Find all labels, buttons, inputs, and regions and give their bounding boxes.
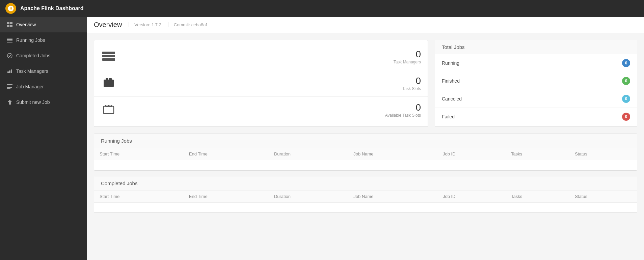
sidebar-item-task-managers-label: Task Managers [16, 68, 48, 74]
completed-jobs-empty-row [94, 202, 637, 212]
failed-badge: 0 [622, 113, 630, 121]
svg-rect-10 [9, 70, 10, 73]
finished-job-stat: Finished 0 [435, 72, 637, 90]
svg-rect-5 [7, 39, 12, 40]
failed-label: Failed [442, 114, 455, 119]
sidebar-item-running-jobs-label: Running Jobs [16, 37, 45, 43]
main-content: Overview Version: 1.7.2 Commit: ceba8af [87, 17, 644, 260]
completed-col-duration: Duration [269, 191, 348, 203]
overview-icon [7, 22, 13, 28]
running-label: Running [442, 60, 459, 66]
page-title: Overview [94, 21, 122, 29]
available-task-slots-label: Available Task Slots [116, 113, 421, 118]
sidebar-item-job-manager-label: Job Manager [16, 84, 44, 89]
sidebar-item-running-jobs[interactable]: Running Jobs [0, 32, 87, 48]
sidebar-item-job-manager[interactable]: Job Manager [0, 79, 87, 94]
task-slots-stat: 0 Task Slots [94, 70, 428, 97]
svg-rect-16 [102, 52, 115, 54]
svg-rect-14 [7, 87, 12, 88]
svg-rect-9 [7, 71, 9, 73]
task-slots-stat-icon [101, 78, 116, 88]
completed-col-end-time: End Time [184, 191, 269, 203]
running-jobs-icon [7, 37, 13, 43]
completed-jobs-icon [7, 53, 13, 59]
page-commit: Commit: ceba8af [168, 22, 207, 27]
completed-jobs-section: Completed Jobs Start Time End Time Durat… [94, 176, 637, 213]
svg-rect-6 [7, 40, 12, 41]
available-task-slots-value: 0 [116, 102, 421, 113]
running-badge: 0 [622, 59, 630, 67]
svg-rect-21 [109, 78, 112, 80]
available-task-slots-stat-icon [101, 105, 116, 115]
svg-rect-23 [106, 105, 108, 107]
app-logo [5, 3, 16, 14]
task-managers-stat-icon [101, 52, 116, 62]
running-col-job-name: Job Name [348, 148, 437, 160]
svg-rect-22 [104, 106, 114, 114]
sidebar: Overview Running Jobs Completed Jobs [0, 17, 87, 260]
stats-panel: 0 Task Managers 0 Task Slots [94, 40, 428, 127]
svg-rect-12 [7, 84, 12, 85]
sidebar-item-submit-new-job[interactable]: Submit new Job [0, 94, 87, 110]
completed-col-job-name: Job Name [348, 191, 437, 203]
page-header: Overview Version: 1.7.2 Commit: ceba8af [87, 17, 644, 33]
completed-jobs-title: Completed Jobs [94, 176, 637, 191]
svg-rect-20 [106, 78, 108, 80]
svg-rect-24 [109, 105, 112, 107]
canceled-badge: 0 [622, 95, 630, 103]
running-jobs-empty-row [94, 160, 637, 170]
sidebar-item-overview[interactable]: Overview [0, 17, 87, 32]
task-managers-label: Task Managers [116, 60, 421, 64]
running-col-end-time: End Time [184, 148, 269, 160]
svg-rect-4 [7, 38, 12, 38]
app-header: Apache Flink Dashboard [0, 0, 644, 17]
svg-rect-13 [7, 86, 11, 86]
sidebar-item-task-managers[interactable]: Task Managers [0, 63, 87, 79]
sidebar-item-submit-new-job-label: Submit new Job [16, 99, 50, 105]
failed-job-stat: Failed 0 [435, 108, 637, 125]
running-col-tasks: Tasks [506, 148, 569, 160]
running-job-stat: Running 0 [435, 54, 637, 72]
overview-stats-area: 0 Task Managers 0 Task Slots [94, 40, 637, 127]
canceled-label: Canceled [442, 96, 462, 102]
running-jobs-table: Start Time End Time Duration Job Name Jo… [94, 148, 637, 170]
page-version: Version: 1.7.2 [129, 22, 161, 27]
svg-rect-1 [10, 22, 12, 24]
running-col-duration: Duration [269, 148, 348, 160]
completed-col-tasks: Tasks [506, 191, 569, 203]
available-task-slots-stat: 0 Available Task Slots [94, 97, 428, 123]
running-jobs-section: Running Jobs Start Time End Time Duratio… [94, 134, 637, 171]
svg-rect-18 [102, 58, 115, 61]
svg-rect-19 [104, 80, 114, 87]
total-jobs-panel: Total Jobs Running 0 Finished 0 Canceled… [435, 40, 637, 127]
task-managers-value: 0 [116, 49, 421, 60]
app-title: Apache Flink Dashboard [20, 5, 84, 11]
total-jobs-header: Total Jobs [435, 40, 637, 54]
completed-col-status: Status [569, 191, 637, 203]
sidebar-item-completed-jobs-label: Completed Jobs [16, 53, 50, 58]
svg-rect-11 [11, 69, 12, 73]
submit-job-icon [7, 99, 13, 105]
completed-col-job-id: Job ID [437, 191, 506, 203]
sidebar-item-completed-jobs[interactable]: Completed Jobs [0, 48, 87, 63]
completed-jobs-table: Start Time End Time Duration Job Name Jo… [94, 191, 637, 213]
svg-rect-0 [7, 22, 9, 24]
svg-rect-2 [7, 25, 9, 27]
running-col-job-id: Job ID [437, 148, 506, 160]
finished-badge: 0 [622, 77, 630, 85]
task-slots-label: Task Slots [116, 86, 421, 91]
task-managers-icon [7, 68, 13, 74]
job-manager-icon [7, 84, 13, 90]
canceled-job-stat: Canceled 0 [435, 90, 637, 108]
finished-label: Finished [442, 78, 460, 84]
running-col-start-time: Start Time [94, 148, 184, 160]
completed-col-start-time: Start Time [94, 191, 184, 203]
svg-rect-7 [7, 42, 12, 42]
task-slots-value: 0 [116, 76, 421, 86]
svg-rect-3 [10, 25, 12, 27]
task-managers-stat: 0 Task Managers [94, 44, 428, 70]
svg-rect-15 [7, 88, 10, 89]
svg-point-8 [7, 53, 12, 58]
running-jobs-title: Running Jobs [94, 134, 637, 148]
svg-rect-17 [102, 55, 115, 57]
